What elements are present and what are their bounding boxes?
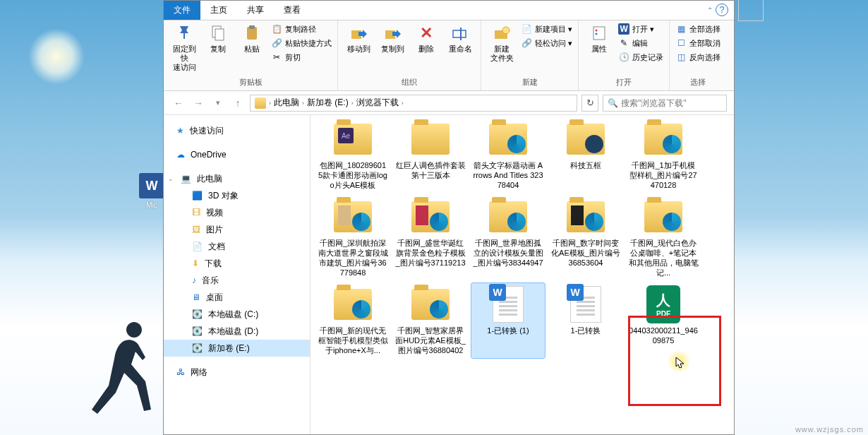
folder-item[interactable]: Ae包图网_1802896015款卡通图形动画logo片头AE模板 <box>316 118 390 193</box>
sidebar-videos[interactable]: 🎞视频 <box>164 204 310 221</box>
delete-button[interactable]: ✕ 删除 <box>411 23 441 54</box>
sidebar-music[interactable]: ♪音乐 <box>164 272 310 289</box>
folder-item[interactable]: 千图网_现代白色办公桌咖啡、+笔记本和其他用品，电脑笔记... <box>627 196 700 280</box>
nav-up-button[interactable]: ↑ <box>230 95 246 111</box>
nav-back-button[interactable]: ← <box>171 95 186 111</box>
search-box[interactable]: 🔍 <box>603 95 727 112</box>
copy-path-button[interactable]: 📋复制路径 <box>271 23 332 35</box>
ribbon-collapse-icon[interactable]: ⌃ <box>707 6 713 14</box>
nav-forward-button[interactable]: → <box>191 95 206 111</box>
copy-button[interactable]: 复制 <box>203 23 233 54</box>
folder-item[interactable]: 红巨人调色插件套装第十三版本 <box>394 118 467 193</box>
crumb-this-pc[interactable]: 此电脑 <box>274 97 299 109</box>
new-folder-button[interactable]: 新建 文件夹 <box>487 23 517 63</box>
move-to-button[interactable]: 移动到 <box>344 23 373 54</box>
cut-label: 剪切 <box>285 52 301 63</box>
cut-button[interactable]: ✂剪切 <box>271 52 332 63</box>
folder-thumb <box>486 121 531 157</box>
copy-to-label: 复制到 <box>381 44 404 54</box>
history-button[interactable]: 🕓历史记录 <box>618 52 663 63</box>
folder-item[interactable]: 科技五框 <box>549 118 622 193</box>
help-icon[interactable]: ? <box>716 4 728 16</box>
nav-recent-button[interactable]: ▾ <box>210 95 226 111</box>
paste-shortcut-label: 粘贴快捷方式 <box>285 38 332 49</box>
folder-item[interactable]: 箭头文字标题动画 Arrows And Titles 32378404 <box>471 118 545 193</box>
folder-thumb: Ae <box>330 121 375 157</box>
select-none-button[interactable]: ☐全部取消 <box>675 37 721 49</box>
star-icon: ★ <box>176 126 184 136</box>
rename-button[interactable]: 重命名 <box>445 23 475 54</box>
properties-button[interactable]: 属性 <box>584 23 614 54</box>
open-button[interactable]: W打开 ▾ <box>618 23 663 35</box>
search-input[interactable] <box>621 98 722 108</box>
address-bar: ← → ▾ ↑ › 此电脑 › 新加卷 (E:) › 浏览器下载 › ↻ 🔍 <box>164 91 734 115</box>
desktop-word-icon[interactable]: W Mic <box>138 173 166 209</box>
video-icon: 🎞 <box>192 208 200 218</box>
copy-to-button[interactable]: 复制到 <box>378 23 407 54</box>
edit-label: 编辑 <box>632 38 648 49</box>
runner-silhouette <box>85 309 162 429</box>
new-folder-label: 新建 文件夹 <box>490 44 514 63</box>
sidebar-pictures[interactable]: 🖼图片 <box>164 221 310 238</box>
folder-item[interactable]: 千图网_深圳航拍深南大道世界之窗段城市建筑_图片编号36779848 <box>316 196 390 280</box>
folder-thumb <box>641 198 686 235</box>
sidebar-onedrive[interactable]: ☁OneDrive <box>164 146 310 163</box>
disk-icon: 💽 <box>192 326 203 336</box>
sidebar-label: 音乐 <box>202 275 219 287</box>
ribbon-help-area: ⌃ ? <box>707 4 728 16</box>
crumb-drive[interactable]: 新加卷 (E:) <box>307 97 349 109</box>
folder-item[interactable]: 千图网_数字时间变化AE模板_图片编号36853604 <box>549 196 622 280</box>
properties-label: 属性 <box>591 44 607 54</box>
sidebar-disk-d[interactable]: 💽本地磁盘 (D:) <box>164 323 310 340</box>
document-item-selected[interactable]: W1-已转换 (1) <box>471 283 545 358</box>
sidebar-desktop[interactable]: 🖥桌面 <box>164 289 310 306</box>
network-icon: 🖧 <box>176 367 185 377</box>
pin-quick-access-button[interactable]: 固定到快 速访问 <box>169 23 199 72</box>
invert-select-button[interactable]: ◫反向选择 <box>675 52 721 63</box>
select-all-icon: ▦ <box>675 23 687 35</box>
folder-item[interactable]: 千图网_1加手机模型样机_图片编号27470128 <box>627 118 700 193</box>
tab-view[interactable]: 查看 <box>274 1 311 20</box>
tab-share[interactable]: 共享 <box>237 1 274 20</box>
nav-sidebar: ★快速访问 ☁OneDrive ⌄💻此电脑 🟦3D 对象 🎞视频 🖼图片 📄文档… <box>164 115 311 434</box>
tab-file[interactable]: 文件 <box>164 1 200 20</box>
folder-item[interactable]: 千图网_世界地图孤立的设计模板矢量图_图片编号38344947 <box>471 196 545 280</box>
sidebar-downloads[interactable]: ⬇下载 <box>164 255 310 272</box>
chevron-down-icon[interactable]: ⌄ <box>168 175 175 182</box>
group-organize: 移动到 复制到 ✕ 删除 重命名 组织 <box>338 20 481 90</box>
sidebar-network[interactable]: 🖧网络 <box>164 364 310 381</box>
sidebar-quick-access[interactable]: ★快速访问 <box>164 122 310 139</box>
sidebar-disk-c[interactable]: 💽本地磁盘 (C:) <box>164 306 310 323</box>
crumb-folder[interactable]: 浏览器下载 <box>356 97 399 109</box>
sidebar-label: 快速访问 <box>190 125 224 137</box>
folder-item[interactable]: 千图网_新的现代无框智能手机模型类似于iphone+X与... <box>316 283 390 358</box>
easy-access-button[interactable]: 🔗轻松访问 ▾ <box>521 37 572 49</box>
refresh-button[interactable]: ↻ <box>581 95 598 112</box>
sidebar-this-pc[interactable]: ⌄💻此电脑 <box>164 170 310 187</box>
document-item[interactable]: W1-已转换 <box>549 283 622 358</box>
copy-path-label: 复制路径 <box>285 24 316 35</box>
sidebar-drive-e[interactable]: 💽新加卷 (E:) <box>164 340 310 357</box>
sidebar-3d-objects[interactable]: 🟦3D 对象 <box>164 187 310 204</box>
sidebar-label: 图片 <box>206 224 223 236</box>
file-name: 千图网_世界地图孤立的设计模板矢量图_图片编号38344947 <box>473 238 543 268</box>
folder-item[interactable]: 千图网_智慧家居界面HUD元素AE模板_图片编号36880402 <box>394 283 467 358</box>
paste-button[interactable]: 粘贴 <box>237 23 267 54</box>
shortcut-icon: 🔗 <box>271 37 282 49</box>
new-folder-icon <box>492 23 512 43</box>
pin-icon <box>174 23 194 43</box>
tab-home[interactable]: 主页 <box>200 1 237 20</box>
group-select: ▦全部选择 ☐全部取消 ◫反向选择 选择 <box>670 20 726 90</box>
rename-label: 重命名 <box>449 44 472 54</box>
sidebar-label: 此电脑 <box>197 173 222 185</box>
paste-shortcut-button[interactable]: 🔗粘贴快捷方式 <box>271 37 332 49</box>
folder-item[interactable]: 千图网_盛世华诞红旗背景金色粒子模板_图片编号37119213 <box>394 196 467 280</box>
breadcrumb[interactable]: › 此电脑 › 新加卷 (E:) › 浏览器下载 › <box>250 95 577 112</box>
sidebar-label: 本地磁盘 (D:) <box>208 326 258 338</box>
crumb-sep-icon: › <box>269 100 271 107</box>
sidebar-documents[interactable]: 📄文档 <box>164 238 310 255</box>
pdf-item[interactable]: 人PDF044032000211_94609875 <box>627 283 700 358</box>
select-all-button[interactable]: ▦全部选择 <box>675 23 721 35</box>
new-item-button[interactable]: 📄新建项目 ▾ <box>521 23 572 35</box>
edit-button[interactable]: ✎编辑 <box>618 37 663 49</box>
